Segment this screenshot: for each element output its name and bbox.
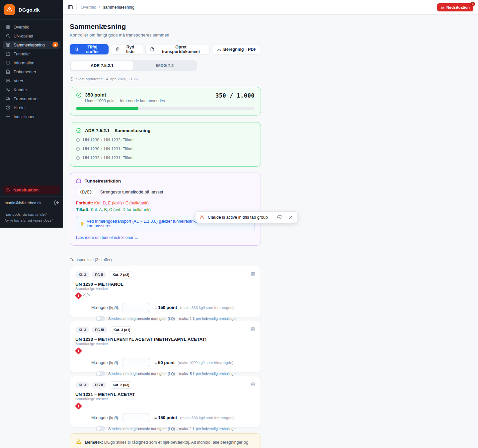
combination-result-card: ADR 7.5.2.1 – Sammenlæsning UN 1230 + UN… [70,122,261,167]
add-substances-label: Tilføj stoffer [81,45,104,54]
sidebar-item-sammenlaesning[interactable]: Sammenlæsning 3 [3,41,60,49]
sidebar-item-hjaelp[interactable]: Hjælp [3,104,60,112]
sidebar-item-label: Dokumenter [14,70,36,73]
add-substances-button[interactable]: Tilføj stoffer [70,44,109,54]
combination-row: UN 1230 + UN 1233: Tilladt [76,138,255,142]
tunnel-icon [76,178,81,184]
sidebar-item-label: Sammenlæsning [14,43,45,46]
amount-input[interactable] [122,413,150,422]
sidebar-nav: Overblik UN-opslag Sammenlæsning 3 Tunne… [0,20,63,121]
tunnel-code-description: Strengeste tunnelkode på læsset [100,189,163,194]
document-icon [6,69,10,74]
sidebar-item-badge: 3 [52,42,58,47]
download-icon [217,47,221,51]
points-title: 350 point [85,92,165,98]
tab-imdg[interactable]: IMDG 7.2 [133,61,196,70]
sidebar-item-information[interactable]: Information [3,59,60,67]
max-note: (maks 333 kg/l som frimængde) [180,416,234,420]
sidebar-item-label: Hjælp [14,106,25,109]
substance-class-text: Brandfarlige væsker [75,287,255,291]
substance-title: UN 1233 – METHYLPENTYL ACETAT (METHYLAMY… [75,337,255,341]
page-subtitle: Kontrollér om farligt gods må transporte… [70,33,261,37]
chevron-right-icon: › [99,5,100,9]
packing-group-badge: PG II [92,271,106,278]
substance-title: UN 1230 – METHANOL [75,282,255,286]
emergency-button[interactable]: Nødsituation 3 [437,3,473,11]
check-circle-icon [76,92,82,98]
calculation-pdf-button[interactable]: Beregning→PDF [212,44,261,54]
logout-icon[interactable] [54,200,59,205]
gear-icon [6,114,10,119]
sidebar-item-indstillinger[interactable]: Indstillinger [3,112,60,120]
points-subtitle: Under 1000 point – frimængde kan anvende… [85,99,165,103]
flammable-hazard-label-icon [75,403,82,410]
lq-label: Sendes som begrænsede mængder (LQ) – mak… [108,372,236,376]
warning-triangle-icon [76,439,81,448]
tunnel-more-link[interactable]: Læs mere om tunnelrestriktioner → [76,235,255,240]
create-transport-document-button[interactable]: Opret transportdokument [145,44,209,54]
tunnel-title: Tunnelrestriktion [85,179,121,184]
tunnel-icon [6,51,10,56]
amount-input[interactable] [122,358,150,367]
delete-substance-button[interactable] [251,271,255,276]
class-badge: Kl. 3 [75,327,89,333]
breadcrumb-parent[interactable]: Overblik [81,5,96,10]
clear-list-label: Ryd liste [122,45,139,54]
book-icon [6,60,10,65]
emergency-button-label: Nødsituation [446,6,470,9]
sidebar-item-tunneler[interactable]: Tunneler [3,50,60,58]
amount-input[interactable] [122,303,150,312]
clear-list-button[interactable]: Ryd liste [111,44,143,54]
points-score: 350 / 1.000 [215,92,255,99]
app-logo-icon [4,4,15,15]
action-buttons: Tilføj stoffer Ryd liste Opret transport… [70,44,261,54]
sidebar-item-varer[interactable]: Varer [3,77,60,85]
emergency-badge: 3 [470,2,475,6]
combination-row: UN 1230 + UN 1231: Tilladt [76,147,255,151]
sidebar-item-dokumenter[interactable]: Dokumenter [3,68,60,76]
last-updated: Sidst opdateret: 14. apr. 2026, 21.26 [70,77,261,81]
check-circle-icon [76,156,80,160]
sidebar-item-overblik[interactable]: Overblik [3,23,60,31]
tunnel-forbidden-line: Forbudt: Kat. D, E (kolli) / E (bulk/tan… [76,201,255,205]
sidebar-item-label: Kunder [14,88,27,91]
check-circle-icon [76,138,80,142]
sidebar-toggle-icon[interactable] [68,5,73,10]
lq-toggle[interactable] [96,316,105,321]
tunnel-code-badge: (D/E) [76,188,96,196]
class-badge: Kl. 3 [75,382,89,388]
feedback-icon[interactable] [276,213,283,221]
trash-icon [116,47,120,51]
lq-toggle[interactable] [96,426,105,431]
clock-icon [70,77,74,81]
close-icon[interactable] [287,213,295,221]
sidebar-item-un-opslag[interactable]: UN-opslag [3,32,60,40]
substance-card-un1231: Kl. 3 PG II Kat. 2 (×3) UN 1231 – METHYL… [70,376,261,427]
sidebar-item-transportorer[interactable]: Transportører [3,95,60,103]
check-circle-icon [76,128,82,133]
app-title: DGgo.dk [19,7,40,13]
points-progress-track [76,107,255,110]
claude-toast-text: Claude is active in this tab group [208,215,268,220]
disclaimer-text: Bemærk: DGgo stilles til rådighed som et… [85,439,255,448]
secondary-hazard-label-icon: ☠ [83,292,90,299]
lq-label: Sendes som begrænsede mængder (LQ) – mak… [108,427,236,431]
sidebar-emergency-button[interactable]: Nødsituation [3,186,60,194]
tab-adr[interactable]: ADR 7.5.2.1 [71,61,133,70]
delete-substance-button[interactable] [251,382,255,386]
max-note: (maks 1000 kg/l som frimængde) [178,361,233,365]
sidebar: DGgo.dk Overblik UN-opslag Sammenlæsning… [0,0,63,228]
lq-toggle[interactable] [96,371,105,376]
starburst-icon [199,215,204,220]
category-badge: Kat. 3 (×1) [110,326,134,334]
delete-substance-button[interactable] [251,327,255,331]
sidebar-emergency-label: Nødsituation [13,188,39,191]
sidebar-item-kunder[interactable]: Kunder [3,86,60,94]
amount-label: Mængde (kg/l): [91,360,119,365]
combination-title: ADR 7.5.2.1 – Sammenlæsning [85,128,150,133]
max-note: (maks 333 kg/l som frimængde) [180,306,234,310]
package-icon [6,78,10,83]
packing-group-badge: PG II [92,382,106,388]
users-icon [6,87,10,92]
help-icon [6,105,10,110]
